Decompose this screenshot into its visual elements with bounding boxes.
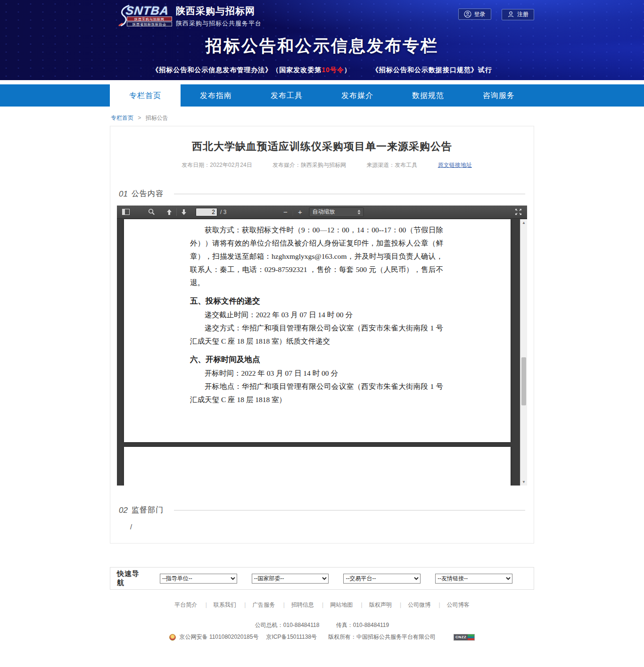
login-label: 登录 — [474, 10, 486, 18]
pdf-viewer: / 3 − + 自动缩放 — [117, 206, 527, 486]
breadcrumb-separator: > — [138, 115, 141, 121]
section-rule — [174, 194, 525, 194]
zoom-level-value: 自动缩放 — [313, 208, 358, 216]
article-meta: 发布日期：2022年02月24日 发布媒介：陕西采购与招标网 来源渠道：发布工具… — [117, 161, 527, 169]
site-subtitle: 陕西采购与招标公共服务平台 — [176, 19, 262, 28]
pdf-document-area: 获取方式：获取招标文件时（9：00—12：00，14：00--17：00（节假日… — [117, 219, 527, 486]
arrow-up-icon — [166, 209, 173, 215]
footer-link-platform-intro[interactable]: 平台简介 — [174, 601, 197, 608]
sidebar-toggle-icon — [122, 209, 130, 215]
footer-link-blog[interactable]: 公司博客 — [432, 601, 470, 608]
banner-note: 《招标公告和公示信息发布管理办法》（国家发改委第10号令）《招标公告和公示数据接… — [110, 66, 534, 74]
pdf-paragraph: 递交方式：华招广和项目管理有限公司会议室（西安市朱雀大街南段 1 号汇成天玺 C… — [190, 321, 443, 348]
beian-icp-link[interactable]: 京ICP备15011138号 — [266, 633, 317, 641]
section-number: 02 — [119, 506, 128, 515]
footer-link-ad-service[interactable]: 广告服务 — [238, 601, 275, 608]
cnzz-stripes-icon — [468, 634, 474, 640]
footer-copyright: 版权所有：中国招标公共服务平台有限公司 — [328, 633, 436, 641]
breadcrumb-home-link[interactable]: 专栏首页 — [111, 115, 133, 121]
site-footer: 平台简介 联系我们 广告服务 招聘信息 网站地图 版权声明 公司微博 公司博客 … — [0, 590, 644, 655]
tab-consult-service[interactable]: 咨询服务 — [463, 84, 534, 107]
banner-note-2: 《招标公告和公示数据接口规范》试行 — [372, 66, 492, 74]
footer-beian-line: 京公网安备 11010802020185号 京ICP备15011138号 版权所… — [0, 633, 644, 641]
pdf-paragraph: 开标地点：华招广和项目管理有限公司会议室（西安市朱雀大街南段 1 号汇成天玺 C… — [190, 380, 443, 406]
next-page-button[interactable] — [179, 207, 189, 217]
pdf-heading: 五、投标文件的递交 — [190, 295, 443, 308]
previous-page-button[interactable] — [164, 207, 174, 217]
pdf-paragraph: 递交截止时间：2022 年 03 月 07 日 14 时 00 分 — [190, 308, 443, 321]
tab-publish-guide[interactable]: 发布指南 — [181, 84, 251, 107]
beian-police-link[interactable]: 京公网安备 11010802020185号 — [180, 633, 259, 641]
scrollbar-thumb[interactable] — [521, 357, 526, 405]
quicknav-select-ministries[interactable]: --国家部委-- — [252, 574, 329, 584]
footer-link-sitemap[interactable]: 网站地图 — [315, 601, 353, 608]
section-title: 监督部门 — [132, 505, 164, 515]
fullscreen-icon — [515, 208, 522, 215]
pdf-heading: 六、开标时间及地点 — [190, 353, 443, 366]
pdf-toolbar: / 3 − + 自动缩放 — [117, 206, 527, 219]
pdf-scrollbar[interactable]: ▲ ▼ — [520, 219, 527, 486]
banner-note-1-red: 10号令 — [322, 66, 344, 74]
breadcrumb-current: 招标公告 — [146, 115, 168, 121]
banner-note-1-pre: 《招标公告和公示信息发布管理办法》（国家发改委第 — [152, 66, 322, 74]
tab-data-standard[interactable]: 数据规范 — [393, 84, 463, 107]
tab-column-home[interactable]: 专栏首页 — [110, 84, 181, 107]
presentation-mode-button[interactable] — [513, 207, 523, 217]
logo-acronym: SNTBA — [125, 4, 169, 17]
original-link[interactable]: 原文链接地址 — [438, 162, 472, 168]
brand-row: SNTBA 陕西采购与招标网 陕西省招标投标协会 陕西采购与招标网 陕西采购与招… — [110, 3, 534, 27]
tab-publish-tools[interactable]: 发布工具 — [251, 84, 322, 107]
register-label: 注册 — [517, 10, 528, 18]
scroll-down-arrow[interactable]: ▼ — [520, 478, 527, 486]
sidebar-toggle-button[interactable] — [121, 207, 131, 217]
user-circle-icon — [464, 10, 471, 18]
zoom-in-button[interactable]: + — [295, 207, 305, 217]
section-head-supervisor: 02 监督部门 — [119, 505, 525, 515]
section-number: 01 — [119, 189, 128, 199]
quicknav-select-friend-links[interactable]: --友情链接-- — [435, 574, 512, 584]
find-button[interactable] — [146, 207, 157, 217]
section-title: 公告内容 — [132, 189, 164, 199]
site-name: 陕西采购与招标网 — [176, 5, 262, 17]
select-caret-icon — [358, 210, 361, 214]
quicknav-select-platforms[interactable]: --交易平台-- — [343, 574, 421, 584]
pdf-page-3 — [124, 447, 511, 486]
article-title: 西北大学缺血预适应训练仪采购项目单一来源采购公告 — [117, 140, 527, 154]
site-logo: SNTBA 陕西采购与招标网 陕西省招标投标协会 — [119, 4, 174, 26]
user-icon — [507, 11, 514, 18]
logo-tagline-1: 陕西采购与招标网 — [127, 16, 172, 21]
register-button[interactable]: 注册 — [502, 9, 534, 20]
footer-link-recruitment[interactable]: 招聘信息 — [277, 601, 314, 608]
quicknav-select-guidance[interactable]: --指导单位-- — [160, 574, 237, 584]
search-icon — [148, 208, 155, 215]
banner-note-1-post: ） — [344, 66, 351, 74]
zoom-out-button[interactable]: − — [281, 207, 291, 217]
footer-link-copyright-notice[interactable]: 版权声明 — [355, 601, 392, 608]
arrow-down-icon — [181, 209, 187, 215]
tab-publish-media[interactable]: 发布媒介 — [322, 84, 393, 107]
main-nav: 专栏首页 发布指南 发布工具 发布媒介 数据规范 咨询服务 — [0, 84, 644, 107]
page-number-input[interactable] — [196, 208, 217, 216]
footer-link-weibo[interactable]: 公司微博 — [393, 601, 430, 608]
pdf-page-2: 获取方式：获取招标文件时（9：00—12：00，14：00--17：00（节假日… — [124, 219, 511, 442]
pdf-paragraph: 开标时间：2022 年 03 月 07 日 14 时 00 分 — [190, 367, 443, 380]
cnzz-label: CNZZ — [454, 634, 468, 640]
quicknav-panel: 快速导航 --指导单位-- --国家部委-- --交易平台-- --友情链接-- — [110, 567, 534, 590]
supervisor-content: / — [130, 523, 527, 531]
zoom-level-select[interactable]: 自动缩放 — [309, 207, 364, 217]
cnzz-counter-badge[interactable]: CNZZ — [454, 634, 475, 641]
scroll-up-arrow[interactable]: ▲ — [520, 219, 527, 226]
footer-link-contact-us[interactable]: 联系我们 — [199, 601, 236, 608]
quicknav-label: 快速导航 — [117, 569, 147, 587]
footer-contact-line: 公司总机：010-88484118 传真：010-88484119 — [0, 621, 644, 629]
footer-fax: 传真：010-88484119 — [336, 622, 389, 628]
meta-publish-media: 发布媒介：陕西采购与招标网 — [272, 162, 346, 168]
section-rule — [174, 510, 525, 511]
police-badge-icon — [169, 634, 176, 641]
breadcrumb: 专栏首页 > 招标公告 — [110, 107, 534, 126]
auth-buttons: 登录 注册 — [450, 8, 534, 20]
site-header: SNTBA 陕西采购与招标网 陕西省招标投标协会 陕西采购与招标网 陕西采购与招… — [0, 0, 644, 80]
logo-tagline-2: 陕西省招标投标协会 — [127, 22, 172, 26]
login-button[interactable]: 登录 — [458, 8, 491, 20]
footer-links: 平台简介 联系我们 广告服务 招聘信息 网站地图 版权声明 公司微博 公司博客 — [0, 601, 644, 609]
